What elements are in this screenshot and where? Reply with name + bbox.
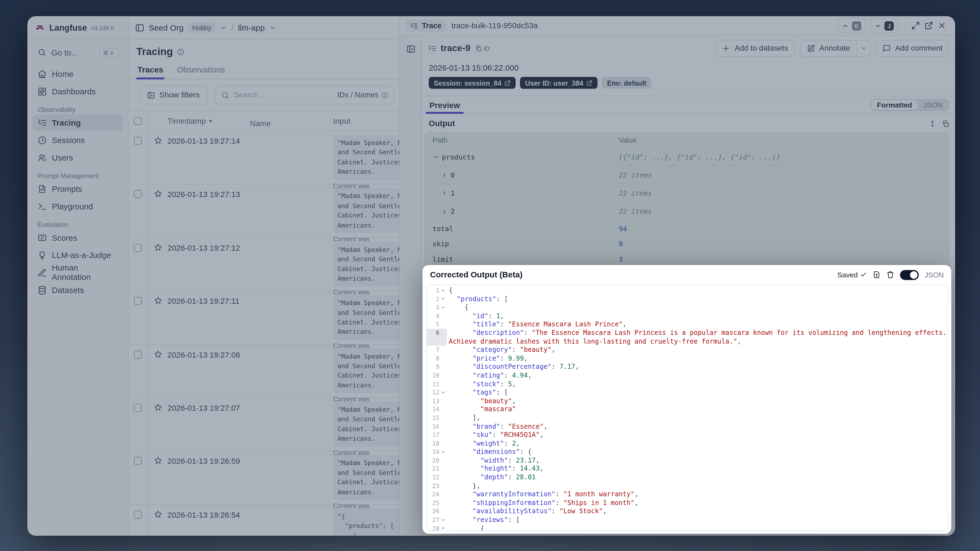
panel-open-icon[interactable]: [406, 44, 415, 54]
code-line[interactable]: 13 "beauty",: [427, 397, 947, 405]
code-line[interactable]: 7 "category": "beauty",: [427, 346, 947, 354]
sidebar-item-datasets[interactable]: Datasets: [33, 282, 123, 298]
resize-vertical-icon[interactable]: [929, 119, 936, 127]
output-row-0[interactable]: 022 items: [425, 166, 948, 185]
tab-observations[interactable]: Observations: [177, 65, 225, 79]
code-line[interactable]: 10 "rating": 4.94,: [427, 371, 947, 380]
star-icon[interactable]: [154, 456, 162, 465]
code-line[interactable]: 28 {: [427, 524, 947, 531]
chevron-down-icon[interactable]: [269, 24, 276, 31]
sidebar-item-users[interactable]: Users: [33, 150, 123, 166]
row-checkbox[interactable]: [134, 137, 142, 145]
code-line[interactable]: 14 "mascara": [427, 405, 947, 414]
column-name[interactable]: Name: [250, 114, 333, 128]
row-checkbox[interactable]: [134, 297, 142, 305]
table-row[interactable]: 2026-01-13 19:27:08"Madam Speaker, M and…: [129, 345, 399, 398]
sidebar-item-tracing[interactable]: Tracing: [33, 115, 123, 131]
fold-chevron-icon[interactable]: [439, 295, 447, 303]
code-line[interactable]: 20 "width": 23.17,: [427, 456, 947, 465]
star-icon[interactable]: [154, 136, 162, 145]
fold-chevron-icon[interactable]: [439, 388, 447, 397]
output-row-1[interactable]: 122 items: [425, 185, 948, 202]
code-line[interactable]: 2 "products": [: [427, 295, 947, 303]
row-checkbox[interactable]: [134, 350, 142, 359]
table-row[interactable]: 2026-01-13 19:26:54"{ "products": [ {: [129, 505, 399, 536]
row-checkbox[interactable]: [134, 457, 142, 465]
tab-preview[interactable]: Preview: [428, 96, 461, 114]
close-icon[interactable]: [938, 21, 947, 30]
star-icon[interactable]: [154, 350, 162, 358]
add-comment-button[interactable]: Add comment: [876, 40, 949, 57]
trace-badge[interactable]: User ID: user_384: [520, 77, 598, 89]
goto-search[interactable]: Go to... ⌘ K: [33, 44, 123, 61]
column-timestamp[interactable]: Timestamp▼: [167, 116, 250, 125]
file-diff-icon[interactable]: [873, 271, 881, 279]
select-all-checkbox[interactable]: [134, 117, 142, 125]
output-row-2[interactable]: 222 items: [425, 202, 948, 221]
code-line[interactable]: 26 "availabilityStatus": "Low Stock",: [427, 507, 947, 516]
open-external-icon[interactable]: [924, 21, 933, 30]
chevron-right-icon[interactable]: [441, 209, 448, 215]
code-line[interactable]: 5 "title": "Essence Mascara Lash Prince"…: [427, 320, 947, 329]
json-code-editor[interactable]: 1{2 "products": [3 {4 "id": 1,5 "title":…: [426, 284, 948, 531]
column-input[interactable]: Input: [333, 116, 399, 125]
code-line[interactable]: 24 "warrantyInformation": "1 month warra…: [427, 490, 947, 499]
code-line[interactable]: 17 "sku": "RCH45Q1A",: [427, 431, 947, 439]
nav-down-button[interactable]: J: [870, 18, 898, 33]
search-input[interactable]: Search... IDs / Names: [215, 86, 394, 105]
json-toggle[interactable]: [900, 270, 919, 280]
table-row[interactable]: 2026-01-13 19:27:12"Madam Speaker, M and…: [129, 238, 399, 291]
star-icon[interactable]: [154, 296, 162, 305]
plan-badge[interactable]: Hobby: [188, 22, 216, 33]
code-line[interactable]: 9 "discountPercentage": 7.17,: [427, 363, 947, 371]
copy-id-chip[interactable]: ID: [475, 45, 490, 51]
sidebar-item-sessions[interactable]: Sessions: [33, 132, 123, 148]
star-icon[interactable]: [154, 243, 162, 252]
sidebar-item-dashboards[interactable]: Dashboards: [33, 83, 123, 99]
annotate-menu-button[interactable]: [857, 40, 870, 57]
fold-chevron-icon[interactable]: [439, 524, 447, 531]
trash-icon[interactable]: [886, 271, 895, 279]
row-checkbox[interactable]: [134, 244, 142, 252]
expand-icon[interactable]: [911, 21, 920, 30]
breadcrumb-org[interactable]: Seed Org: [149, 23, 184, 32]
sidebar-item-scores[interactable]: Scores: [33, 229, 123, 245]
row-checkbox[interactable]: [134, 511, 142, 519]
code-line[interactable]: 6 "description": "The Essence Mascara La…: [427, 329, 947, 346]
copy-icon[interactable]: [942, 119, 949, 127]
code-line[interactable]: 3 {: [427, 303, 947, 312]
breadcrumb-project[interactable]: llm-app: [238, 23, 264, 32]
add-to-datasets-button[interactable]: Add to datasets: [715, 40, 795, 57]
search-mode[interactable]: IDs / Names: [337, 91, 388, 99]
star-icon[interactable]: [154, 190, 162, 198]
fold-chevron-icon[interactable]: [439, 303, 447, 312]
sidebar-item-human-annotation[interactable]: Human Annotation: [33, 264, 123, 280]
code-line[interactable]: 22 "depth": 28.01: [427, 473, 947, 482]
output-row-products[interactable]: products[{"id": ...}, {"id": ...}, {"id"…: [425, 148, 948, 166]
show-filters-button[interactable]: Show filters: [139, 86, 207, 105]
sidebar-item-home[interactable]: Home: [33, 66, 123, 82]
fold-chevron-icon[interactable]: [439, 286, 447, 295]
format-json[interactable]: JSON: [918, 100, 948, 110]
fold-chevron-icon[interactable]: [439, 516, 447, 524]
table-row[interactable]: 2026-01-13 19:27:14"Madam Speaker, M and…: [129, 131, 399, 185]
code-line[interactable]: 8 "price": 9.99,: [427, 354, 947, 363]
code-line[interactable]: 15 ],: [427, 414, 947, 422]
code-line[interactable]: 18 "weight": 2,: [427, 439, 947, 447]
format-formatted[interactable]: Formatted: [871, 100, 918, 110]
star-icon[interactable]: [154, 403, 162, 412]
sidebar-item-prompts[interactable]: Prompts: [33, 181, 123, 197]
code-line[interactable]: 11 "stock": 5,: [427, 380, 947, 388]
code-line[interactable]: 12 "tags": [: [427, 388, 947, 397]
row-checkbox[interactable]: [134, 404, 142, 412]
table-row[interactable]: 2026-01-13 19:27:13"Madam Speaker, M and…: [129, 185, 399, 238]
code-line[interactable]: 25 "shippingInformation": "Ships in 1 mo…: [427, 499, 947, 507]
chevron-down-icon[interactable]: [433, 154, 439, 160]
code-line[interactable]: 19 "dimensions": {: [427, 447, 947, 456]
sidebar-item-llm-as-a-judge[interactable]: LLM-as-a-Judge: [33, 247, 123, 263]
code-line[interactable]: 16 "brand": "Essence",: [427, 422, 947, 431]
annotate-button[interactable]: Annotate: [800, 40, 857, 57]
panel-left-icon[interactable]: [135, 23, 144, 32]
sidebar-item-playground[interactable]: Playground: [33, 198, 123, 214]
code-line[interactable]: 4 "id": 1,: [427, 312, 947, 320]
